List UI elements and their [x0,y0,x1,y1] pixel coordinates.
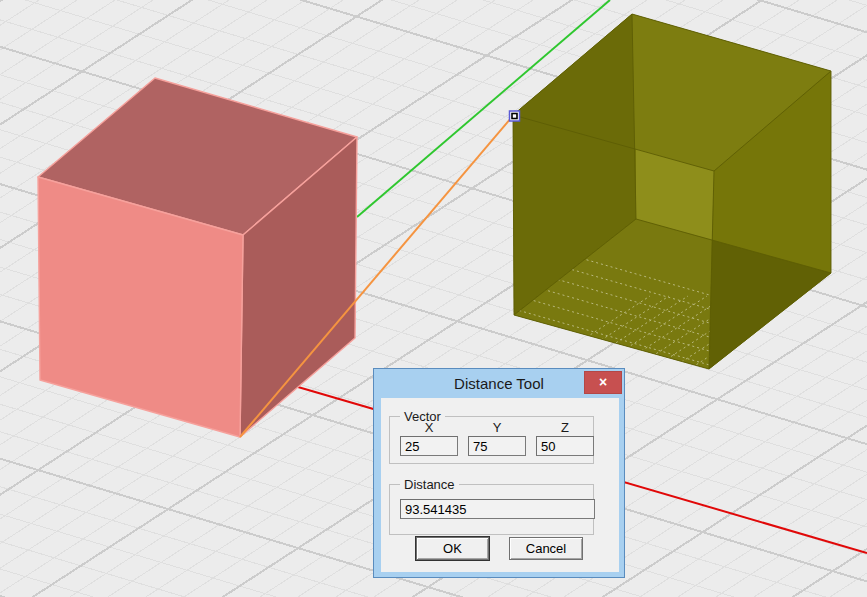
vertex-selection-handle[interactable] [510,111,520,121]
distance-group-label: Distance [400,477,459,492]
3d-viewport[interactable]: Distance Tool × Vector X Y Z Distance OK… [0,0,867,597]
ok-button[interactable]: OK [416,537,489,560]
red-cube[interactable] [38,78,357,437]
olive-cube[interactable] [490,14,831,400]
vector-groupbox: Vector X Y Z [389,416,594,464]
cancel-button[interactable]: Cancel [509,537,583,560]
z-axis-label: Z [536,420,594,435]
distance-result-field[interactable] [400,499,595,519]
vector-x-input[interactable] [400,436,458,456]
close-button[interactable]: × [584,371,622,394]
y-axis-label: Y [468,420,526,435]
distance-tool-dialog: Distance Tool × Vector X Y Z Distance OK… [373,368,625,578]
x-axis-label: X [400,420,458,435]
vector-y-input[interactable] [468,436,526,456]
vector-z-input[interactable] [536,436,594,456]
close-icon: × [599,374,607,390]
dialog-client-area: Vector X Y Z Distance OK Cancel [381,398,619,572]
dialog-titlebar[interactable]: Distance Tool × [374,369,624,398]
distance-groupbox: Distance [389,484,594,535]
